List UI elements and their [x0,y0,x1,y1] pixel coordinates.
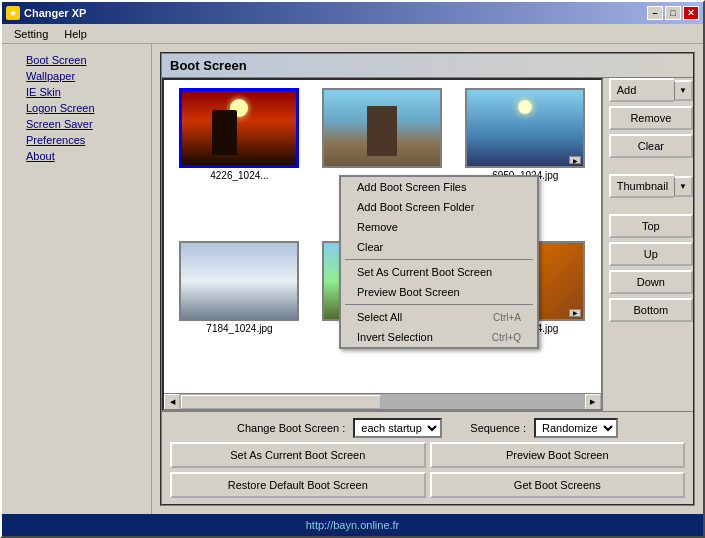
change-boot-screen-label: Change Boot Screen : [237,422,345,434]
content-area: Boot Screen [152,44,703,514]
context-menu-item-preview[interactable]: Preview Boot Screen [341,282,537,302]
close-button[interactable]: ✕ [683,6,699,20]
get-boot-screens-button[interactable]: Get Boot Screens [430,472,686,498]
bottom-row-1: Change Boot Screen : each startup never … [170,418,685,438]
clear-button[interactable]: Clear [609,134,693,158]
context-shortcut-invert: Ctrl+Q [492,332,521,343]
thumbnail-button[interactable]: Thumbnail [609,174,674,198]
context-shortcut-select-all: Ctrl+A [493,312,521,323]
sequence-select[interactable]: Randomize Sequential [534,418,618,438]
context-menu-item-add-folder[interactable]: Add Boot Screen Folder [341,197,537,217]
bottom-controls: Change Boot Screen : each startup never … [162,411,693,504]
image-item-4[interactable]: 7184_1024.jpg [170,239,309,388]
btn-separator-2 [609,202,693,210]
context-menu-item-remove[interactable]: Remove [341,217,537,237]
context-label-add-files: Add Boot Screen Files [357,181,466,193]
context-separator-2 [345,304,533,305]
panel-body: 4226_1024... [162,78,693,411]
context-menu-item-select-all[interactable]: Select All Ctrl+A [341,307,537,327]
scroll-h-thumb[interactable] [181,395,381,409]
menu-help[interactable]: Help [56,26,95,42]
remove-button[interactable]: Remove [609,106,693,130]
scroll-h-track[interactable] [180,394,585,410]
context-menu: Add Boot Screen Files Add Boot Screen Fo… [339,175,539,349]
context-menu-item-clear[interactable]: Clear [341,237,537,257]
title-bar: ★ Changer XP – □ ✕ [2,2,703,24]
image-label-4: 7184_1024.jpg [206,323,272,334]
top-button[interactable]: Top [609,214,693,238]
context-separator-1 [345,259,533,260]
thumbnail-dropdown-btn[interactable]: ▼ [674,176,693,197]
main-window: ★ Changer XP – □ ✕ Setting Help Boot Scr… [0,0,705,538]
btn-separator-1 [609,162,693,170]
image-label-1: 4226_1024... [210,170,268,181]
menu-bar: Setting Help [2,24,703,44]
maximize-button[interactable]: □ [665,6,681,20]
add-button[interactable]: Add [609,78,674,102]
context-label-clear: Clear [357,241,383,253]
image-thumb-1 [179,88,299,168]
thumb-bg-4 [181,243,297,319]
title-bar-left: ★ Changer XP [6,6,86,20]
sidebar-item-ie-skin[interactable]: IE Skin [2,84,151,100]
sidebar-item-preferences[interactable]: Preferences [2,132,151,148]
context-label-preview: Preview Boot Screen [357,286,460,298]
window-title: Changer XP [24,7,86,19]
sidebar: Boot Screen Wallpaper IE Skin Logon Scre… [2,44,152,514]
down-button[interactable]: Down [609,270,693,294]
add-dropdown-btn[interactable]: ▼ [674,80,693,101]
context-label-remove: Remove [357,221,398,233]
sun-icon [518,100,532,114]
main-content: Boot Screen Wallpaper IE Skin Logon Scre… [2,44,703,514]
boot-screen-panel: Boot Screen [160,52,695,506]
silhouette [212,110,237,155]
image-item-1[interactable]: 4226_1024... [170,86,309,235]
scroll-left-btn[interactable]: ◀ [164,394,180,410]
image-grid: 4226_1024... [164,80,601,393]
bottom-row-2: Set As Current Boot Screen Preview Boot … [170,442,685,468]
menu-setting[interactable]: Setting [6,26,56,42]
thumb-bg-1 [182,91,296,165]
preview-boot-button[interactable]: Preview Boot Screen [430,442,686,468]
minimize-button[interactable]: – [647,6,663,20]
tree-trunk [367,106,397,156]
sidebar-item-screen-saver[interactable]: Screen Saver [2,116,151,132]
thumb-bg-2 [324,90,440,166]
context-label-invert: Invert Selection [357,331,433,343]
context-menu-item-add-files[interactable]: Add Boot Screen Files [341,177,537,197]
change-boot-screen-select[interactable]: each startup never always [353,418,442,438]
image-thumb-4 [179,241,299,321]
context-menu-item-invert[interactable]: Invert Selection Ctrl+Q [341,327,537,347]
side-buttons: Add ▼ Remove Clear Thumbnail ▼ Top Up [609,78,693,411]
sidebar-item-boot-screen[interactable]: Boot Screen [2,52,151,68]
status-url: http://bayn.online.fr [306,519,400,531]
image-area: 4226_1024... [162,78,603,411]
set-as-current-button[interactable]: Set As Current Boot Screen [170,442,426,468]
thumb-indicator: ▶ [569,156,581,164]
add-btn-group: Add ▼ [609,78,693,102]
restore-default-button[interactable]: Restore Default Boot Screen [170,472,426,498]
context-label-select-all: Select All [357,311,402,323]
title-buttons: – □ ✕ [647,6,699,20]
image-thumb-2 [322,88,442,168]
context-label-add-folder: Add Boot Screen Folder [357,201,474,213]
bottom-row-3: Restore Default Boot Screen Get Boot Scr… [170,472,685,498]
sequence-label: Sequence : [470,422,526,434]
sidebar-item-logon-screen[interactable]: Logon Screen [2,100,151,116]
panel-title: Boot Screen [162,54,693,78]
horizontal-scrollbar[interactable]: ◀ ▶ [164,393,601,409]
bottom-button[interactable]: Bottom [609,298,693,322]
thumb-bg-3 [467,90,583,166]
thumbnail-btn-group: Thumbnail ▼ [609,174,693,198]
sidebar-item-wallpaper[interactable]: Wallpaper [2,68,151,84]
sidebar-item-about[interactable]: About [2,148,151,164]
up-button[interactable]: Up [609,242,693,266]
thumb-indicator-6: ▶ [569,309,581,317]
context-label-set-current: Set As Current Boot Screen [357,266,492,278]
image-thumb-3: ▶ [465,88,585,168]
status-bar: http://bayn.online.fr [2,514,703,536]
scroll-right-btn[interactable]: ▶ [585,394,601,410]
context-menu-item-set-current[interactable]: Set As Current Boot Screen [341,262,537,282]
app-icon: ★ [6,6,20,20]
